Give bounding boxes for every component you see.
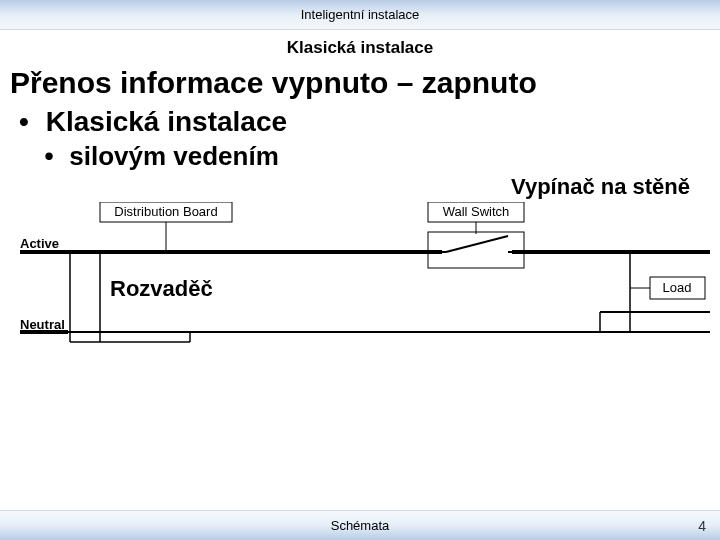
slide-content: Přenos informace vypnuto – zapnuto Klasi… — [0, 64, 720, 510]
sub-bullet-text: silovým vedením — [69, 141, 279, 171]
bullet-text: Klasická instalace — [46, 106, 287, 137]
page-number: 4 — [698, 518, 706, 534]
active-label: Active — [20, 236, 59, 251]
switch-label: Wall Switch — [443, 204, 510, 219]
callout-wall-switch: Vypínač na stěně — [511, 174, 690, 200]
switch-gap-mask — [442, 246, 512, 258]
footer-label: Schémata — [0, 518, 720, 533]
header-band: Inteligentní instalace — [0, 0, 720, 30]
load-label: Load — [663, 280, 692, 295]
sub-bullet-list: silovým vedením — [36, 140, 704, 174]
footer-band: Schémata 4 — [0, 510, 720, 540]
course-title: Inteligentní instalace — [301, 7, 420, 22]
wiring-diagram: Active Neutral Distribution Board Wall S… — [10, 202, 710, 382]
sub-bullet-item: silovým vedením — [36, 140, 704, 174]
section-subtitle: Klasická instalace — [0, 30, 720, 64]
callout-rozvadec: Rozvaděč — [110, 276, 213, 302]
bullet-item: Klasická instalace silovým vedením — [10, 104, 704, 174]
slide-title: Přenos informace vypnuto – zapnuto — [10, 64, 704, 102]
bullet-list: Klasická instalace silovým vedením — [10, 104, 704, 174]
db-label: Distribution Board — [114, 204, 217, 219]
neutral-label: Neutral — [20, 317, 65, 332]
